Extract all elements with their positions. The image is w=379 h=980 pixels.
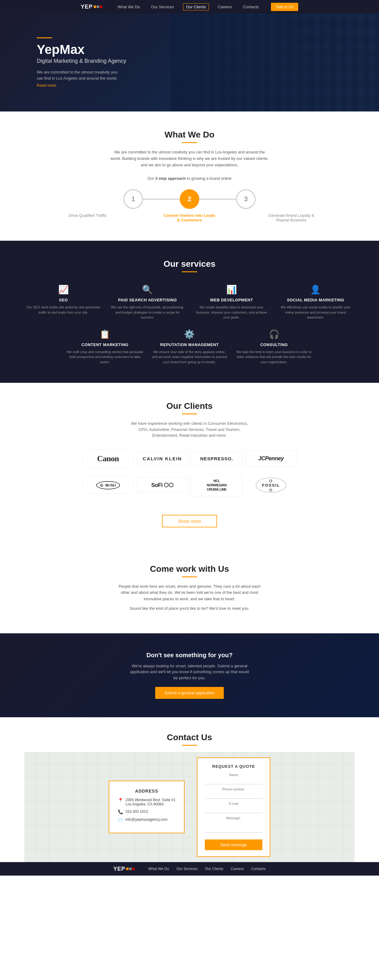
quote-title: REQUEST A QUOTE (205, 764, 262, 769)
name-input[interactable] (205, 777, 262, 784)
logo-sq-gray (97, 5, 99, 8)
logo-sq-orange (94, 5, 96, 8)
general-app-button[interactable]: Submit a general application (155, 687, 224, 699)
come-work-section: Come work with Us People that work here … (0, 546, 379, 633)
service-social-media: 👤 SOCIAL MEDIA MARKETING We effectively … (277, 285, 355, 320)
client-sofi: SoFi ⬡⬡ (137, 477, 188, 493)
email-field: E-mail (205, 802, 262, 813)
hero-section: YepMax Digital Marketing & Branding Agen… (0, 13, 379, 111)
talk-to-us-button[interactable]: Talk to Us (271, 3, 298, 11)
come-work-title: Come work with Us (37, 564, 342, 574)
phone-input[interactable] (205, 792, 262, 799)
hero-accent-line (37, 37, 52, 38)
service-seo: 📈 SEO Our SEO work builds site authority… (24, 285, 103, 320)
navbar: YEP What We Do Our Services Our Clients … (0, 0, 379, 13)
jcp-logo-text: JCPenney (258, 455, 284, 462)
web-dev-icon: 📊 (193, 285, 271, 294)
footer-sq-gray (129, 868, 132, 870)
nav-our-clients[interactable]: Our Clients (183, 3, 208, 10)
paid-search-name: PAID SEARCH ADVERTISING (109, 298, 187, 302)
logo[interactable]: YEP (81, 4, 102, 10)
name-label: Name (205, 773, 262, 776)
service-content-marketing: 📋 CONTENT MARKETING We craft crisp and c… (66, 329, 144, 365)
reputation-icon: ⚙️ (150, 329, 229, 339)
services-grid-bottom: 📋 CONTENT MARKETING We craft crisp and c… (66, 329, 314, 365)
fossil-logo-text: ◇ FOSSIL ◇ (260, 478, 281, 492)
phone-icon: 📞 (118, 810, 123, 814)
footer-nav-our-services[interactable]: Our Services (176, 867, 197, 871)
content-marketing-name: CONTENT MARKETING (66, 342, 144, 347)
our-services-title: Our services (24, 259, 355, 269)
norwegian-logo-text: NCLNORWEGIANCRUISE LINE (207, 479, 227, 492)
client-mini: ⊙ MINI (82, 477, 134, 494)
consulting-icon: 🎧 (235, 329, 313, 339)
our-clients-title: Our Clients (37, 401, 342, 411)
message-label: Message: (205, 816, 262, 820)
contact-underline (182, 745, 197, 746)
step-1-circle: 1 (124, 189, 143, 209)
nav-our-services[interactable]: Our Services (149, 5, 176, 9)
hero-overlay (171, 13, 379, 111)
seo-icon: 📈 (24, 285, 103, 294)
message-input[interactable] (205, 821, 262, 833)
step-line-1 (143, 199, 180, 200)
hero-read-more[interactable]: Read more (37, 83, 126, 88)
clients-description: We have experience working with clients … (128, 420, 251, 439)
map-overlay: ADDRESS 📍 2365 Westwood Blvd. Suite #1 L… (24, 752, 355, 862)
footer: YEP What We Do Our Services Our Clients … (0, 862, 379, 875)
contact-title: Contact Us (24, 733, 355, 742)
sofi-logo-text: SoFi ⬡⬡ (151, 482, 174, 488)
seo-desc: Our SEO work builds site authority and g… (24, 305, 103, 315)
social-media-name: SOCIAL MEDIA MARKETING (277, 298, 355, 302)
step-2-label: Convert Visitors into Leads & Customers (162, 213, 217, 222)
show-more-button[interactable]: Show more (162, 515, 217, 527)
consulting-name: CONSULTING (235, 342, 313, 347)
client-norwegian: NCLNORWEGIANCRUISE LINE (191, 474, 243, 496)
footer-nav-our-clients[interactable]: Our Clients (205, 867, 224, 871)
footer-nav-careers[interactable]: Careers (231, 867, 244, 871)
ck-logo-text: CALVIN KLEIN (143, 456, 182, 461)
email-input[interactable] (205, 806, 262, 813)
client-calvin-klein: CALVIN KLEIN (137, 452, 188, 466)
email-icon: ✉️ (118, 818, 123, 822)
our-services-section: Our services 📈 SEO Our SEO work builds s… (0, 241, 379, 383)
service-consulting: 🎧 CONSULTING We take the time to learn y… (235, 329, 313, 365)
clients-grid: Canon CALVIN KLEIN NESPRESSO. JCPenney ⊙… (82, 450, 297, 496)
general-app-description: We're always looking for smart, talented… (128, 663, 251, 681)
address-card: ADDRESS 📍 2365 Westwood Blvd. Suite #1 L… (109, 781, 185, 833)
footer-logo[interactable]: YEP (113, 866, 135, 872)
reputation-desc: We ensure your side of the story appears… (150, 350, 229, 365)
paid-search-desc: We use the right mix of keywords, ad pos… (109, 305, 187, 320)
reputation-name: REPUTATION MANAGEMENT (150, 342, 229, 347)
client-fossil: ◇ FOSSIL ◇ (255, 477, 286, 493)
step-approach-bold: 3 step approach (155, 176, 186, 181)
send-message-button[interactable]: Send message (205, 840, 262, 850)
footer-nav-contacts[interactable]: Contacts (251, 867, 265, 871)
client-nespresso: NESPRESSO. (191, 452, 243, 466)
hero-description: We are committed to the utmost creativit… (37, 69, 122, 81)
general-app-title: Don't see something for you? (128, 652, 251, 659)
nav-contacts[interactable]: Contacts (241, 5, 260, 9)
paid-search-icon: 🔍 (109, 285, 187, 294)
quote-card: REQUEST A QUOTE Name Phone number: E-mai… (197, 757, 270, 857)
client-canon: Canon (82, 450, 134, 468)
map-area: ADDRESS 📍 2365 Westwood Blvd. Suite #1 L… (24, 752, 355, 862)
phone-field: Phone number: (205, 788, 262, 799)
footer-nav-what-we-do[interactable]: What We Do (148, 867, 169, 871)
footer-sq-orange (126, 868, 128, 870)
web-dev-name: WEB DEVELOPMENT (193, 298, 271, 302)
step-approach-label: Our 3 step approach to growing a brand o… (110, 175, 269, 182)
service-reputation: ⚙️ REPUTATION MANAGEMENT We ensure your … (150, 329, 229, 365)
step-3-label: Generate Brand Loyalty & Repeat Business (264, 213, 319, 222)
message-field: Message: (205, 816, 262, 834)
our-clients-section: Our Clients We have experience working w… (0, 383, 379, 546)
client-jcpenney: JCPenney (246, 451, 297, 466)
nav-careers[interactable]: Careers (216, 5, 234, 9)
phone-label: Phone number: (205, 788, 262, 791)
steps-labels: Drive Qualified Traffic Convert Visitors… (37, 213, 342, 222)
step-1-label: Drive Qualified Traffic (60, 213, 115, 222)
logo-text: YEP (81, 4, 93, 10)
nav-what-we-do[interactable]: What We Do (116, 5, 142, 9)
consulting-desc: We take the time to learn your business … (235, 350, 313, 365)
logo-sq-red (100, 5, 102, 8)
